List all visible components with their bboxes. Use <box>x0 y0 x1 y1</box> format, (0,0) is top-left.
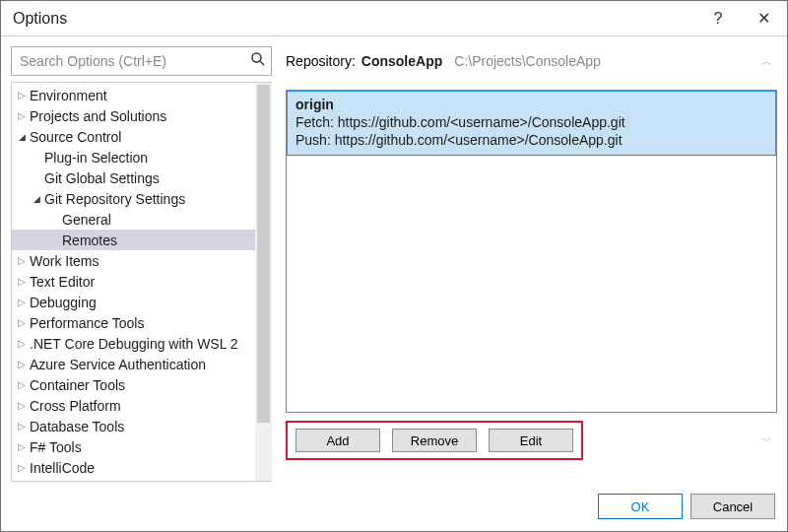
tree-node[interactable]: Work Items <box>12 250 255 271</box>
right-column: Repository: ConsoleApp C:\Projects\Conso… <box>286 46 777 482</box>
remote-buttons-highlight: Add Remove Edit <box>286 421 583 460</box>
remote-fetch-url: Fetch: https://github.com/<username>/Con… <box>296 113 767 131</box>
tree-node-label: Database Tools <box>29 419 124 434</box>
tree-node[interactable]: Database Tools <box>12 416 255 436</box>
tree-node[interactable]: F# Tools <box>12 436 255 457</box>
tree-node[interactable]: Remotes <box>12 230 255 250</box>
repository-name: ConsoleApp <box>361 53 442 69</box>
tree-node[interactable]: Git Repository Settings <box>12 188 255 209</box>
repository-label: Repository: <box>286 53 356 69</box>
tree-node-label: Performance Tools <box>29 315 144 331</box>
expanded-arrow-icon[interactable] <box>15 131 29 142</box>
tree-node[interactable]: Text Editor <box>12 271 255 292</box>
tree-node-label: .NET Core Debugging with WSL 2 <box>29 336 238 352</box>
left-column: EnvironmentProjects and SolutionsSource … <box>11 46 272 482</box>
edit-button[interactable]: Edit <box>489 429 573 452</box>
window-title: Options <box>13 10 67 28</box>
search-input[interactable] <box>11 46 272 76</box>
tree-node-label: Debugging <box>29 295 97 310</box>
remote-name: origin <box>296 96 767 113</box>
tree-node-label: F# Tools <box>29 439 82 455</box>
category-tree[interactable]: EnvironmentProjects and SolutionsSource … <box>12 83 255 481</box>
tree-node-label: Git Repository Settings <box>43 191 185 207</box>
tree-node[interactable]: Source Control <box>12 126 255 147</box>
tree-node-label: IntelliCode <box>29 460 95 476</box>
tree-node-label: Source Control <box>29 129 121 145</box>
collapsed-arrow-icon[interactable] <box>15 400 29 411</box>
collapsed-arrow-icon[interactable] <box>15 359 29 369</box>
chevron-down-icon[interactable]: ﹀ <box>755 433 777 448</box>
collapsed-arrow-icon[interactable] <box>15 441 29 452</box>
tree-node[interactable]: Git Global Settings <box>12 167 255 188</box>
remote-push-url: Push: https://github.com/<username>/Cons… <box>296 131 767 149</box>
tree-node[interactable]: Azure Service Authentication <box>12 354 255 374</box>
collapsed-arrow-icon[interactable] <box>15 297 29 307</box>
tree-node-label: Plug-in Selection <box>43 150 148 166</box>
tree-pane: EnvironmentProjects and SolutionsSource … <box>11 82 272 482</box>
tree-node-label: Cross Platform <box>29 398 121 414</box>
collapsed-arrow-icon[interactable] <box>15 462 29 473</box>
chevron-up-icon[interactable]: ︿ <box>755 54 777 69</box>
close-button[interactable]: ✕ <box>740 9 787 28</box>
tree-node-label: Work Items <box>29 253 99 269</box>
titlebar: Options ? ✕ <box>1 1 787 36</box>
ok-button[interactable]: OK <box>598 494 683 519</box>
repository-header: Repository: ConsoleApp C:\Projects\Conso… <box>286 46 777 76</box>
collapsed-arrow-icon[interactable] <box>15 379 29 390</box>
collapsed-arrow-icon[interactable] <box>15 276 29 287</box>
remote-item-origin[interactable]: origin Fetch: https://github.com/<userna… <box>287 91 776 156</box>
collapsed-arrow-icon[interactable] <box>15 255 29 266</box>
tree-node-label: Remotes <box>61 233 117 248</box>
expanded-arrow-icon[interactable] <box>30 193 43 204</box>
cancel-button[interactable]: Cancel <box>690 494 775 519</box>
tree-node-label: Azure Service Authentication <box>29 357 206 372</box>
tree-scrollbar[interactable] <box>255 83 272 481</box>
tree-node[interactable]: Container Tools <box>12 374 255 395</box>
tree-node[interactable]: Debugging <box>12 292 255 312</box>
tree-node[interactable]: Projects and Solutions <box>12 105 255 126</box>
repository-path: C:\Projects\ConsoleApp <box>454 53 601 69</box>
tree-node[interactable]: Plug-in Selection <box>12 147 255 167</box>
tree-node-label: Environment <box>29 88 107 103</box>
dialog-footer: OK Cancel <box>1 482 787 531</box>
tree-node[interactable]: Environment <box>12 85 255 105</box>
tree-node[interactable]: General <box>12 209 255 230</box>
remove-button[interactable]: Remove <box>392 429 477 452</box>
tree-node-label: Projects and Solutions <box>29 108 166 124</box>
collapsed-arrow-icon[interactable] <box>15 421 29 432</box>
collapsed-arrow-icon[interactable] <box>15 317 29 328</box>
tree-node-label: Text Editor <box>29 274 95 290</box>
tree-node[interactable]: .NET Core Debugging with WSL 2 <box>12 333 255 354</box>
options-dialog: Options ? ✕ EnvironmentProjects and Solu… <box>0 0 788 532</box>
tree-node[interactable]: IntelliCode <box>12 457 255 478</box>
help-button[interactable]: ? <box>696 10 740 28</box>
tree-node[interactable]: Cross Platform <box>12 395 255 416</box>
collapsed-arrow-icon[interactable] <box>15 110 29 121</box>
collapsed-arrow-icon[interactable] <box>15 90 29 100</box>
collapsed-arrow-icon[interactable] <box>15 338 29 349</box>
tree-node-label: Git Global Settings <box>43 170 160 186</box>
tree-node-label: General <box>61 212 111 228</box>
remotes-list[interactable]: origin Fetch: https://github.com/<userna… <box>286 90 777 413</box>
add-button[interactable]: Add <box>296 429 380 452</box>
tree-node[interactable]: Performance Tools <box>12 312 255 333</box>
tree-node-label: Container Tools <box>29 377 125 393</box>
